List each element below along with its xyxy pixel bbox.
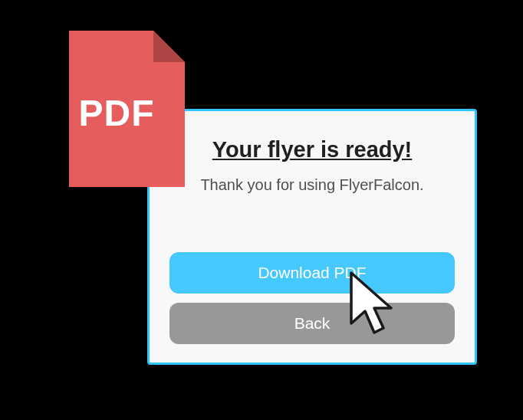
back-label: Back [294,314,331,333]
pdf-file-icon: PDF [60,25,194,193]
back-button[interactable]: Back [169,303,455,344]
dialog-subtitle: Thank you for using FlyerFalcon. [169,176,455,194]
download-pdf-button[interactable]: Download PDF [169,252,455,294]
dialog-title: Your flyer is ready! [169,137,455,162]
ready-dialog: Your flyer is ready! Thank you for using… [147,109,477,365]
pdf-icon-label: PDF [79,93,155,133]
download-pdf-label: Download PDF [258,264,366,282]
